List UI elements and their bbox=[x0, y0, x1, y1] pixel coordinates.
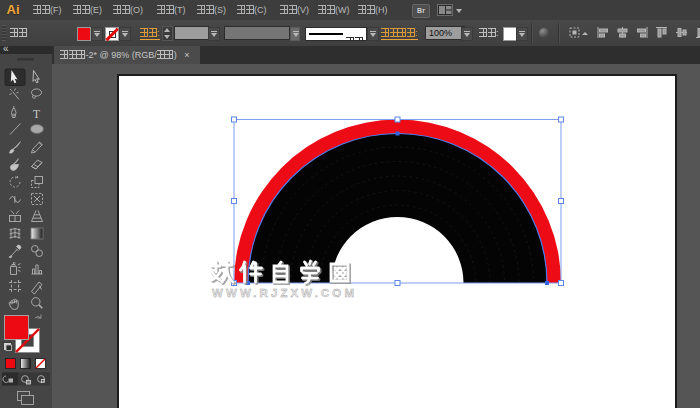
svg-text:WWW.RJZXW.COM: WWW.RJZXW.COM bbox=[212, 287, 357, 299]
svg-text:T: T bbox=[33, 108, 40, 120]
